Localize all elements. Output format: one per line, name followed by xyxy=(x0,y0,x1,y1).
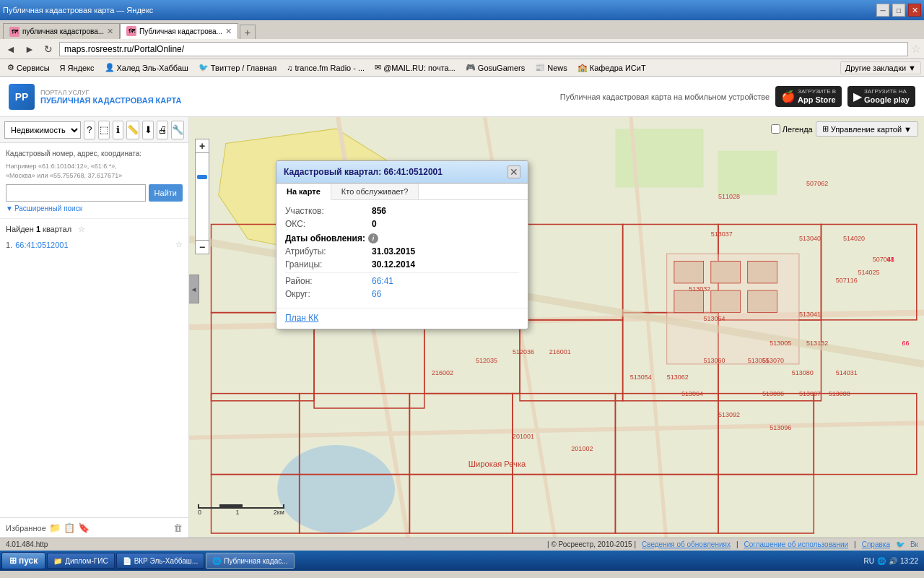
search-button[interactable]: Найти xyxy=(149,184,183,202)
plan-kk-link[interactable]: План КК xyxy=(285,313,318,323)
popup-row-okrug: Округ: 66 xyxy=(285,289,519,299)
svg-rect-41 xyxy=(711,290,741,313)
taskbar-item-map[interactable]: 🌐 Публичная кадас... xyxy=(206,553,294,569)
svg-rect-3 xyxy=(615,129,703,187)
refresh-btn[interactable]: ↻ xyxy=(40,41,56,57)
bookmark-mail[interactable]: ✉@MAIL.RU: почта... xyxy=(370,61,460,74)
favorites-add-icon[interactable]: 📁 xyxy=(49,522,61,533)
popup-value-rayon[interactable]: 66:41 xyxy=(372,276,393,286)
bookmark-khaled[interactable]: 👤Халед Эль-Хаббаш xyxy=(100,61,193,74)
social-icon-vk[interactable]: Вк xyxy=(910,540,918,548)
favorites-label: Избранное xyxy=(6,524,46,532)
zoom-out-btn[interactable]: − xyxy=(195,240,209,254)
taskbar-item-diplom[interactable]: 📁 Диплом-ГИС xyxy=(47,553,114,569)
tab-favicon-1: 🗺 xyxy=(126,26,136,36)
legend-checkbox[interactable] xyxy=(771,124,780,134)
dates-help-icon[interactable]: i xyxy=(368,233,378,243)
favorites-btn-2[interactable]: 📋 xyxy=(64,522,75,533)
tab-0[interactable]: 🗺 публичная кадастрова... ✕ xyxy=(3,23,120,39)
app-store-badge[interactable]: 🍎 ЗАГРУЗИТЕ В App Store xyxy=(775,86,842,107)
taskbar-item-vkr[interactable]: 📄 ВКР Эль-Хаббаш... xyxy=(116,553,205,569)
favorites-delete-icon[interactable]: 🗑 xyxy=(173,522,183,533)
print-tool-btn[interactable]: 🖨 xyxy=(157,121,168,139)
portal-logo: РР ПОРТАЛ УСЛУГ ПУБЛИЧНАЯ КАДАСТРОВАЯ КА… xyxy=(9,84,181,110)
star-icon[interactable]: ☆ xyxy=(911,42,921,56)
measure-tool-btn[interactable]: 📏 xyxy=(126,121,139,139)
popup-tab-service[interactable]: Кто обслуживает? xyxy=(331,184,419,199)
export-tool-btn[interactable]: ⬇ xyxy=(142,121,154,139)
legend-checkbox-label[interactable]: Легенда xyxy=(771,124,813,134)
bookmark-kafedra[interactable]: 🏫Кафедра ИСиТ xyxy=(573,61,650,74)
results-header: Найден 1 квартал ☆ xyxy=(6,225,183,234)
apple-icon: 🍎 xyxy=(781,90,796,103)
start-button[interactable]: ⊞ пуск xyxy=(1,552,45,569)
popup-close-btn[interactable]: ✕ xyxy=(507,165,520,178)
svg-rect-4 xyxy=(718,151,777,195)
result-link-0[interactable]: 66:41:0512001 xyxy=(15,241,68,249)
panel-collapse-arrow[interactable]: ◄ xyxy=(189,275,199,303)
manage-map-label: Управление картой xyxy=(831,125,902,134)
close-btn[interactable]: ✕ xyxy=(908,4,921,17)
search-label: Кадастровый номер, адрес, координата: xyxy=(6,149,183,159)
taskbar: ⊞ пуск 📁 Диплом-ГИС 📄 ВКР Эль-Хаббаш... … xyxy=(0,551,924,571)
tray-time: 13:22 xyxy=(900,557,918,565)
social-icon-tw[interactable]: 🐦 xyxy=(896,540,905,548)
zoom-in-btn[interactable]: + xyxy=(195,139,209,153)
info-tool-btn[interactable]: ℹ xyxy=(113,121,124,139)
bookmark-trance[interactable]: ♫trance.fm Radio - ... xyxy=(282,62,369,74)
popup-label-rayon: Район: xyxy=(285,276,372,286)
settings-tool-btn[interactable]: 🔧 xyxy=(171,121,184,139)
back-btn[interactable]: ◄ xyxy=(3,41,19,57)
info-popup: Кадастровый квартал: 66:41:0512001 ✕ На … xyxy=(276,160,528,329)
tab-close-1[interactable]: ✕ xyxy=(225,27,232,36)
status-link-help[interactable]: Справка xyxy=(862,540,890,548)
popup-tab-map[interactable]: На карте xyxy=(276,184,331,200)
bookmark-others[interactable]: Другие закладки▼ xyxy=(840,61,921,74)
scale-bar: 012км xyxy=(198,504,284,516)
result-item-0[interactable]: 1. 66:41:0512001 ☆ xyxy=(6,238,183,251)
title-bar: Публичная кадастровая карта — Яндекс ─ □… xyxy=(0,0,924,20)
star-favorites-icon[interactable]: ☆ xyxy=(78,225,85,233)
draw-tool-btn[interactable]: ⬚ xyxy=(98,121,110,139)
manage-map-btn[interactable]: ⊞ Управление картой ▼ xyxy=(816,121,918,137)
tab-1[interactable]: 🗺 Публичная кадастрова... ✕ xyxy=(120,23,238,39)
property-type-dropdown[interactable]: Недвижимость xyxy=(4,121,81,139)
map-area[interactable]: Широкая Речка Курганово 5110285070625130… xyxy=(189,117,924,538)
status-bar: 4.01.484.http | © Росреестр, 2010-2015 |… xyxy=(0,538,924,551)
bookmark-news[interactable]: 📰News xyxy=(531,61,572,74)
zoom-controls: + − xyxy=(195,139,209,254)
bookmark-yandex[interactable]: ЯЯндекс xyxy=(56,62,99,74)
browser-title: Публичная кадастровая карта — Яндекс xyxy=(3,6,153,14)
popup-value-okrug[interactable]: 66 xyxy=(372,289,381,299)
app-container: РР ПОРТАЛ УСЛУГ ПУБЛИЧНАЯ КАДАСТРОВАЯ КА… xyxy=(0,77,924,538)
status-link-updates[interactable]: Сведения об обновлениях xyxy=(642,540,731,548)
search-example-2: «Москва» или «55.755768, 37.617671» xyxy=(6,171,183,181)
popup-value-attrs: 31.03.2015 xyxy=(372,246,415,256)
portal-right: Публичная кадастровая карта на мобильном… xyxy=(560,86,915,107)
tab-bar: 🗺 публичная кадастрова... ✕ 🗺 Публичная … xyxy=(0,20,924,39)
bookmark-twitter[interactable]: 🐦Твиттер / Главная xyxy=(194,61,281,74)
new-tab-btn[interactable]: + xyxy=(240,25,256,39)
portal-main-title: ПУБЛИЧНАЯ КАДАСТРОВАЯ КАРТА xyxy=(40,96,181,105)
popup-row-1: ОКС: 0 xyxy=(285,219,519,229)
maximize-btn[interactable]: □ xyxy=(892,4,905,17)
google-play-badge[interactable]: ▶ ЗАГРУЗИТЕ НА Google play xyxy=(847,86,915,107)
taskbar-label-0: Диплом-ГИС xyxy=(65,557,108,565)
favorites-btn-3[interactable]: 🔖 xyxy=(78,522,90,533)
bookmark-services[interactable]: ⚙Сервисы xyxy=(3,61,54,74)
search-input[interactable] xyxy=(6,184,146,202)
minimize-btn[interactable]: ─ xyxy=(876,4,889,17)
address-input[interactable] xyxy=(59,42,908,56)
popup-value-bounds: 30.12.2014 xyxy=(372,259,415,269)
forward-btn[interactable]: ► xyxy=(22,41,38,57)
legend-label: Легенда xyxy=(783,125,813,134)
bookmark-gosu[interactable]: 🎮GosuGamers xyxy=(461,61,529,74)
advanced-search-link[interactable]: ▼Расширенный поиск xyxy=(6,204,183,212)
tab-close-0[interactable]: ✕ xyxy=(107,27,113,36)
result-star-0[interactable]: ☆ xyxy=(175,240,183,249)
status-link-agreement[interactable]: Соглашение об использовании xyxy=(744,540,849,548)
tray-sound-icon: 🔊 xyxy=(889,557,897,565)
system-tray: RU 🌐 🔊 13:22 xyxy=(860,551,923,571)
help-tool-btn[interactable]: ? xyxy=(84,121,95,139)
zoom-handle[interactable] xyxy=(197,175,207,179)
